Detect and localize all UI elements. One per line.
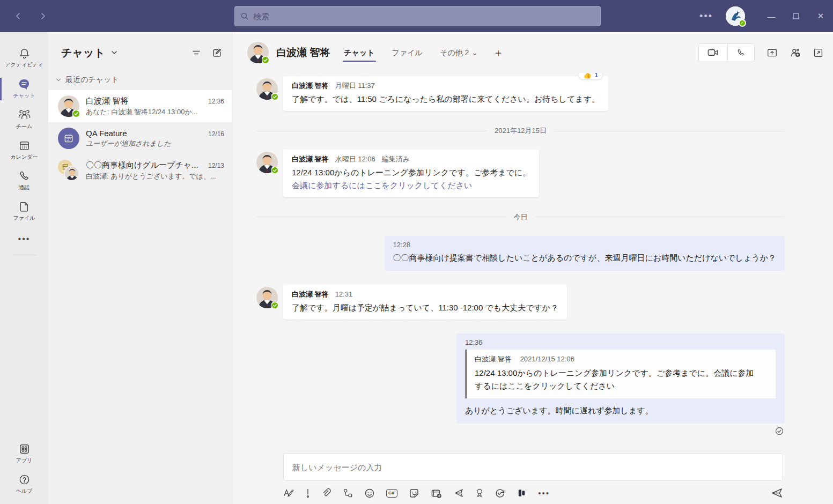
installed-app-icon[interactable]: [517, 488, 527, 498]
emoji-icon[interactable]: [364, 488, 375, 499]
share-screen-icon[interactable]: [766, 48, 778, 58]
importance-icon[interactable]: [306, 488, 310, 498]
video-call-button[interactable]: [699, 44, 727, 62]
rail-item-apps[interactable]: アプリ: [0, 439, 48, 469]
add-people-icon[interactable]: [790, 48, 801, 58]
apps-grid-icon: [18, 443, 31, 455]
chat-list-item[interactable]: QA Feature 12/16 ユーザーが追加されました: [48, 122, 232, 154]
rail-label: チーム: [16, 123, 32, 130]
add-tab-icon[interactable]: ＋: [493, 46, 504, 60]
close-button[interactable]: ✕: [808, 0, 833, 32]
reaction-badge[interactable]: 👍 1: [578, 73, 603, 80]
section-chevron-icon: [56, 77, 61, 83]
chat-name: QA Feature: [86, 129, 127, 138]
calendar-icon: [18, 139, 31, 152]
file-icon: [18, 201, 30, 213]
date-label: 2021年12月15日: [487, 126, 554, 136]
rail-item-calendar[interactable]: カレンダー: [0, 135, 48, 166]
search-bar[interactable]: [234, 6, 601, 26]
thumbs-up-icon: 👍: [583, 73, 592, 79]
date-divider: 今日: [256, 212, 785, 222]
outgoing-message: 12:36 白波瀬 智将 2021/12/15 12:06 12/24 13:0…: [256, 333, 785, 435]
more-actions-icon[interactable]: •••: [538, 488, 550, 498]
rail-divider: [12, 255, 36, 255]
presence-badge: [72, 110, 80, 117]
message-time: 12:31: [335, 290, 353, 298]
chat-name: 〇〇商事様向けグループチャ...: [86, 160, 198, 171]
recent-chats-section[interactable]: 最近のチャット: [48, 73, 232, 90]
conversation-title: 白波瀬 智将: [276, 46, 330, 60]
praise-icon[interactable]: [476, 488, 483, 498]
date-label: 今日: [506, 212, 535, 222]
rail-item-files[interactable]: ファイル: [0, 196, 48, 227]
message-list: 👍 1 白波瀬 智将 月曜日 11:37 了解です。では、11:50 ごろになっ…: [232, 73, 833, 450]
chat-list-item[interactable]: 白波瀬 智将 12:36 あなた: 白波瀬 智将12/24 13:00か...: [48, 90, 232, 122]
forward-icon[interactable]: [36, 10, 49, 23]
message-input[interactable]: [292, 463, 774, 472]
presence-badge: [262, 56, 269, 64]
quote-sender: 白波瀬 智将: [475, 354, 512, 364]
rail-item-teams[interactable]: チーム: [0, 105, 48, 135]
updates-icon[interactable]: [495, 488, 505, 499]
date-divider: 2021年12月15日: [256, 126, 785, 136]
chat-time: 12/16: [205, 130, 224, 138]
conversation-header: 白波瀬 智将 チャット ファイル その他 2⌄ ＋: [232, 32, 833, 73]
chat-time: 12:36: [205, 98, 224, 105]
minimize-button[interactable]: —: [759, 0, 784, 32]
chat-preview: 白波瀬: ありがとうございます。では、...: [86, 172, 224, 181]
message-sender: 白波瀬 智将: [292, 290, 329, 299]
tab-chat[interactable]: チャット: [343, 35, 375, 70]
edited-label: 編集済み: [382, 154, 410, 164]
tab-files[interactable]: ファイル: [391, 35, 424, 70]
loop-icon[interactable]: [343, 488, 353, 498]
compose-box[interactable]: [283, 453, 783, 481]
incoming-message: 白波瀬 智将 水曜日 12:06 編集済み 12/24 13:00からのトレーニ…: [256, 150, 785, 197]
chat-preview: ユーザーが追加されました: [86, 139, 224, 149]
quote-text: 12/24 13:00からのトレーニング参加リンクです。ご参考までに。会議に参加…: [475, 367, 759, 392]
conversation-avatar[interactable]: [247, 42, 269, 63]
chevron-down-icon[interactable]: [110, 49, 118, 56]
message-text: 12/24 13:00からのトレーニング参加リンクです。ご参考までに。: [292, 166, 530, 179]
search-icon: [240, 12, 249, 20]
group-avatar: 日: [58, 160, 79, 181]
sticker-icon[interactable]: [409, 488, 419, 499]
quoted-message[interactable]: 白波瀬 智将 2021/12/15 12:06 12/24 13:00からのトレ…: [465, 349, 776, 399]
send-icon[interactable]: [771, 487, 783, 499]
search-input[interactable]: [253, 12, 595, 21]
message-text: 了解です。月曜は予定が詰まっていて、11:30 -12:00 でも大丈夫ですか？: [292, 301, 558, 314]
call-button-group: [698, 43, 755, 62]
rail-item-chat[interactable]: チャット: [0, 73, 48, 105]
profile-avatar[interactable]: ✓: [726, 6, 745, 26]
rail-item-activity[interactable]: アクティビティ: [0, 43, 48, 73]
settings-more-icon[interactable]: •••: [699, 11, 713, 22]
pop-out-icon[interactable]: [813, 48, 823, 58]
message-time: 12:36: [465, 338, 776, 346]
message-sender: 白波瀬 智将: [292, 154, 329, 164]
message-time: 水曜日 12:06: [335, 154, 375, 164]
avatar: [58, 95, 79, 117]
filter-icon[interactable]: [191, 48, 201, 58]
attach-icon[interactable]: [321, 488, 331, 498]
format-icon[interactable]: [283, 488, 294, 498]
rail-item-calls[interactable]: 通話: [0, 166, 48, 196]
clip-add-icon[interactable]: [431, 488, 442, 499]
tab-more[interactable]: その他 2⌄: [439, 35, 479, 70]
chevron-down-icon: ⌄: [471, 48, 478, 57]
rail-item-help[interactable]: ヘルプ: [0, 469, 48, 500]
chat-name: 白波瀬 智将: [86, 96, 128, 106]
message-time: 月曜日 11:37: [335, 81, 375, 91]
quote-time: 2021/12/15 12:06: [520, 355, 574, 363]
chat-list-item[interactable]: 日 〇〇商事様向けグループチャ... 12/13 白波瀬: ありがとうございます…: [48, 154, 232, 187]
meeting-join-link[interactable]: 会議に参加するにはここをクリックしてください: [292, 179, 472, 191]
maximize-button[interactable]: [784, 0, 808, 32]
gif-icon[interactable]: GIF: [386, 489, 397, 498]
flow-arrow-icon[interactable]: [453, 488, 465, 498]
phone-icon: [18, 170, 31, 182]
rail-more-icon[interactable]: •••: [18, 227, 31, 251]
conversation-panel: 白波瀬 智将 チャット ファイル その他 2⌄ ＋: [232, 32, 833, 504]
audio-call-button[interactable]: [727, 44, 754, 62]
new-chat-icon[interactable]: [212, 48, 222, 58]
calendar-app-avatar: [58, 128, 79, 149]
outgoing-message: 12:28 〇〇商事様向け提案書で相談したいことがあるのですが、来週月曜日にお時…: [256, 236, 785, 271]
back-icon[interactable]: [12, 10, 25, 23]
